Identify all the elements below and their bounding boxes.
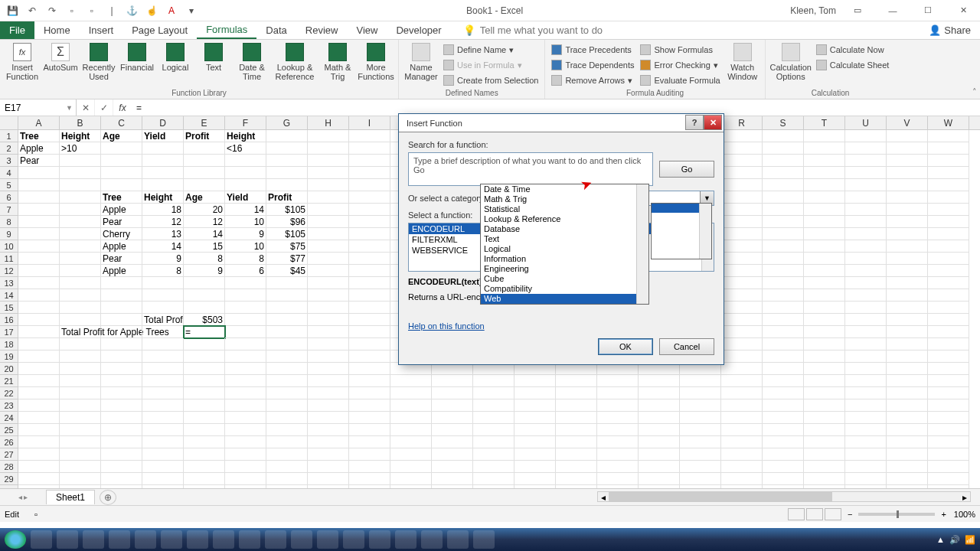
tray-icon[interactable]: ▲ (936, 535, 945, 544)
cell[interactable]: $105 (266, 204, 308, 216)
cell[interactable] (60, 277, 101, 289)
cell[interactable] (60, 448, 101, 461)
chevron-down-icon[interactable]: ▼ (66, 104, 73, 112)
cell[interactable] (18, 387, 60, 399)
cell[interactable] (928, 265, 969, 277)
qat-dropdown-icon[interactable]: ▾ (184, 3, 199, 18)
tab-data[interactable]: Data (256, 21, 296, 39)
cell[interactable] (432, 448, 473, 461)
cell[interactable] (473, 375, 514, 387)
cell[interactable]: 14 (225, 204, 266, 216)
cell[interactable] (225, 375, 266, 387)
cell[interactable] (266, 155, 308, 167)
show-formulas-button[interactable]: Show Formulas (639, 43, 721, 57)
cell[interactable] (804, 142, 845, 155)
qat-font-color-icon[interactable]: A (164, 3, 179, 18)
cell[interactable] (308, 240, 349, 253)
cell[interactable]: 20 (184, 204, 225, 216)
dialog-help-icon[interactable]: ? (685, 115, 704, 130)
cell[interactable] (887, 350, 928, 363)
cell[interactable]: 15 (184, 240, 225, 253)
add-sheet-button[interactable]: ⊕ (100, 490, 116, 505)
cell[interactable] (804, 338, 845, 350)
date-time-button[interactable]: Date & Time (234, 43, 270, 81)
cell[interactable] (845, 338, 887, 350)
cell[interactable] (763, 191, 804, 204)
cell[interactable] (721, 424, 763, 436)
use-in-formula-button[interactable]: Use in Formula ▾ (442, 58, 540, 72)
cell[interactable] (18, 412, 60, 424)
cell[interactable] (308, 326, 349, 338)
category-item[interactable]: Lookup & Reference (481, 214, 648, 224)
tell-me-search[interactable]: 💡 Tell me what you want to do (451, 21, 603, 39)
cell[interactable] (804, 265, 845, 277)
cell[interactable] (60, 436, 101, 448)
cell[interactable] (845, 204, 887, 216)
cell[interactable] (845, 363, 887, 375)
cell[interactable] (763, 375, 804, 387)
row-header[interactable]: 29 (0, 473, 18, 485)
cell[interactable] (845, 399, 887, 412)
cell[interactable] (556, 387, 597, 399)
zoom-in-icon[interactable]: + (941, 510, 946, 519)
cell[interactable] (804, 289, 845, 302)
more-functions-button[interactable]: More Functions (358, 43, 394, 81)
cell[interactable] (18, 314, 60, 326)
tab-insert[interactable]: Insert (80, 21, 123, 39)
calc-options-button[interactable]: Calculation Options (770, 43, 812, 81)
cell[interactable] (556, 424, 597, 436)
calculate-sheet-button[interactable]: Calculate Sheet (815, 58, 891, 72)
cell[interactable] (887, 448, 928, 461)
cell[interactable] (845, 179, 887, 191)
category-item[interactable]: Cube (481, 274, 648, 284)
tab-file[interactable]: File (0, 21, 34, 39)
cell[interactable] (60, 204, 101, 216)
cell[interactable] (804, 302, 845, 314)
cell[interactable] (349, 326, 390, 338)
cell[interactable]: Age (184, 191, 225, 204)
view-normal-icon[interactable] (788, 508, 805, 520)
cell[interactable] (473, 448, 514, 461)
cell[interactable] (763, 387, 804, 399)
tab-developer[interactable]: Developer (387, 21, 450, 39)
cell[interactable] (60, 424, 101, 436)
cell[interactable] (763, 240, 804, 253)
cell[interactable] (184, 338, 225, 350)
cell[interactable] (184, 424, 225, 436)
insert-function-button[interactable]: fxInsert Function (5, 43, 40, 81)
category-item[interactable]: Compatibility (481, 284, 648, 294)
cell[interactable] (142, 399, 184, 412)
cell[interactable] (142, 436, 184, 448)
cell[interactable] (101, 448, 142, 461)
cell[interactable] (60, 412, 101, 424)
row-header[interactable]: 27 (0, 448, 18, 461)
scrollbar[interactable] (699, 204, 711, 259)
cell[interactable] (225, 289, 266, 302)
cell[interactable] (887, 179, 928, 191)
cell[interactable] (142, 350, 184, 363)
cell[interactable]: 9 (184, 265, 225, 277)
cell[interactable] (763, 473, 804, 485)
cell[interactable] (184, 155, 225, 167)
cell[interactable] (928, 436, 969, 448)
cell[interactable] (184, 448, 225, 461)
lookup-button[interactable]: Lookup & Reference (273, 43, 317, 81)
cell[interactable] (349, 216, 390, 228)
math-button[interactable]: Math & Trig (320, 43, 355, 81)
row-header[interactable]: 14 (0, 289, 18, 302)
cell[interactable] (308, 302, 349, 314)
cell[interactable] (142, 179, 184, 191)
cell[interactable] (308, 448, 349, 461)
share-button[interactable]: 👤 Share (920, 21, 980, 39)
save-icon[interactable]: 💾 (5, 3, 20, 18)
cell[interactable] (101, 167, 142, 179)
maximize-icon[interactable]: ☐ (914, 2, 942, 19)
cell[interactable] (763, 228, 804, 240)
cell[interactable]: Pear (101, 253, 142, 265)
column-header[interactable]: S (763, 116, 804, 129)
cell[interactable] (887, 326, 928, 338)
cell[interactable]: 9 (142, 253, 184, 265)
cell[interactable] (928, 155, 969, 167)
cell[interactable] (804, 240, 845, 253)
cell[interactable] (390, 375, 432, 387)
